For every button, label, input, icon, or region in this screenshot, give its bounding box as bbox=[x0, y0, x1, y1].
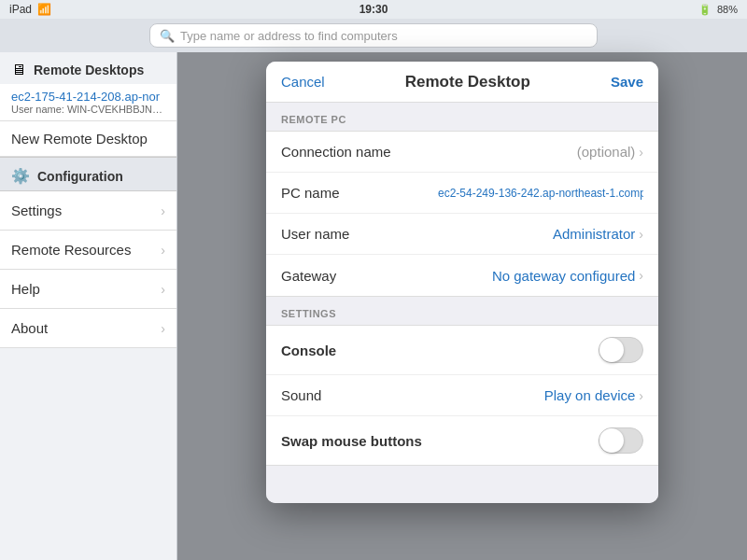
user-name-value: Administrator › bbox=[553, 226, 643, 242]
sidebar-item-settings[interactable]: Settings › bbox=[0, 191, 176, 231]
chevron-right-icon: › bbox=[639, 388, 643, 403]
chevron-right-icon: › bbox=[161, 203, 165, 218]
modal-title: Remote Desktop bbox=[405, 73, 530, 91]
search-bar: 🔍 Type name or address to find computers bbox=[0, 19, 747, 52]
chevron-right-icon: › bbox=[161, 321, 165, 336]
console-row: Console bbox=[266, 326, 658, 375]
pc-name-label: PC name bbox=[281, 185, 340, 201]
chevron-right-icon: › bbox=[161, 243, 165, 258]
chevron-right-icon: › bbox=[639, 227, 643, 242]
status-time: 19:30 bbox=[359, 3, 388, 16]
console-toggle[interactable] bbox=[599, 337, 643, 363]
main-layout: 🖥 Remote Desktops ec2-175-41-214-208.ap-… bbox=[0, 52, 747, 560]
about-label: About bbox=[11, 320, 48, 336]
connection-name-label: Connection name bbox=[281, 144, 391, 160]
sidebar: 🖥 Remote Desktops ec2-175-41-214-208.ap-… bbox=[0, 52, 177, 560]
connection-name-row[interactable]: Connection name (optional) › bbox=[266, 132, 658, 173]
settings-label: Settings bbox=[11, 203, 62, 218]
gateway-label: Gateway bbox=[281, 268, 336, 284]
sidebar-item-remote-resources[interactable]: Remote Resources › bbox=[0, 231, 176, 270]
swap-mouse-toggle[interactable] bbox=[599, 427, 643, 454]
pc-name-row[interactable]: PC name ec2-54-249-136-242.ap-northeast-… bbox=[266, 173, 658, 214]
search-icon: 🔍 bbox=[160, 29, 175, 43]
sidebar-device-item[interactable]: ec2-175-41-214-208.ap-nor User name: WIN… bbox=[0, 84, 176, 121]
save-button[interactable]: Save bbox=[611, 74, 643, 90]
device-name: ec2-175-41-214-208.ap-nor bbox=[11, 90, 165, 104]
pc-name-value: ec2-54-249-136-242.ap-northeast-1.comput… bbox=[438, 186, 643, 201]
remote-pc-group: Connection name (optional) › PC name ec2… bbox=[266, 131, 658, 297]
content-area: Cancel Remote Desktop Save REMOTE PC Con… bbox=[177, 52, 747, 560]
cancel-button[interactable]: Cancel bbox=[281, 74, 325, 90]
configuration-title: Configuration bbox=[37, 169, 123, 184]
toggle-knob bbox=[599, 428, 624, 453]
sidebar-item-help[interactable]: Help › bbox=[0, 270, 176, 309]
console-label: Console bbox=[281, 343, 336, 358]
sound-row[interactable]: Sound Play on device › bbox=[266, 375, 658, 416]
battery-percent: 88% bbox=[717, 4, 738, 15]
remote-pc-section-label: REMOTE PC bbox=[266, 103, 658, 131]
remote-resources-label: Remote Resources bbox=[11, 242, 131, 258]
search-placeholder: Type name or address to find computers bbox=[180, 29, 398, 43]
chevron-right-icon: › bbox=[161, 282, 165, 297]
sound-label: Sound bbox=[281, 387, 321, 403]
chevron-right-icon: › bbox=[639, 268, 643, 283]
configuration-header: ⚙️ Configuration bbox=[0, 157, 176, 191]
gateway-value: No gateway configured › bbox=[492, 268, 643, 284]
modal-header: Cancel Remote Desktop Save bbox=[266, 62, 658, 103]
gear-icon: ⚙️ bbox=[11, 167, 30, 185]
settings-group: Console Sound Play on device › bbox=[266, 325, 658, 466]
connection-name-value: (optional) › bbox=[577, 144, 643, 160]
swap-mouse-label: Swap mouse buttons bbox=[281, 433, 422, 449]
swap-mouse-row: Swap mouse buttons bbox=[266, 416, 658, 465]
settings-section-label: SETTINGS bbox=[266, 297, 658, 325]
help-label: Help bbox=[11, 281, 40, 297]
status-left: iPad 📶 bbox=[9, 3, 51, 16]
new-remote-desktop-item[interactable]: New Remote Desktop bbox=[0, 121, 176, 157]
user-name-row[interactable]: User name Administrator › bbox=[266, 214, 658, 255]
wifi-icon: 📶 bbox=[37, 3, 51, 16]
device-user: User name: WIN-CVEKHBBJN76\A bbox=[11, 104, 165, 115]
remote-desktop-modal: Cancel Remote Desktop Save REMOTE PC Con… bbox=[266, 62, 658, 503]
sidebar-item-about[interactable]: About › bbox=[0, 309, 176, 348]
user-name-label: User name bbox=[281, 226, 349, 242]
modal-overlay: Cancel Remote Desktop Save REMOTE PC Con… bbox=[177, 52, 747, 560]
modal-bottom-space bbox=[266, 466, 658, 503]
status-right: 🔋 88% bbox=[698, 4, 738, 16]
remote-desktops-title: Remote Desktops bbox=[34, 63, 144, 77]
remote-desktops-header: 🖥 Remote Desktops bbox=[0, 52, 176, 84]
device-label: iPad bbox=[9, 3, 32, 16]
battery-icon: 🔋 bbox=[698, 4, 712, 16]
status-bar: iPad 📶 19:30 🔋 88% bbox=[0, 0, 747, 19]
monitor-icon: 🖥 bbox=[11, 62, 26, 78]
search-input[interactable]: 🔍 Type name or address to find computers bbox=[149, 23, 598, 48]
chevron-right-icon: › bbox=[639, 145, 643, 160]
toggle-knob bbox=[599, 338, 624, 362]
sound-value: Play on device › bbox=[544, 387, 643, 403]
gateway-row[interactable]: Gateway No gateway configured › bbox=[266, 255, 658, 296]
